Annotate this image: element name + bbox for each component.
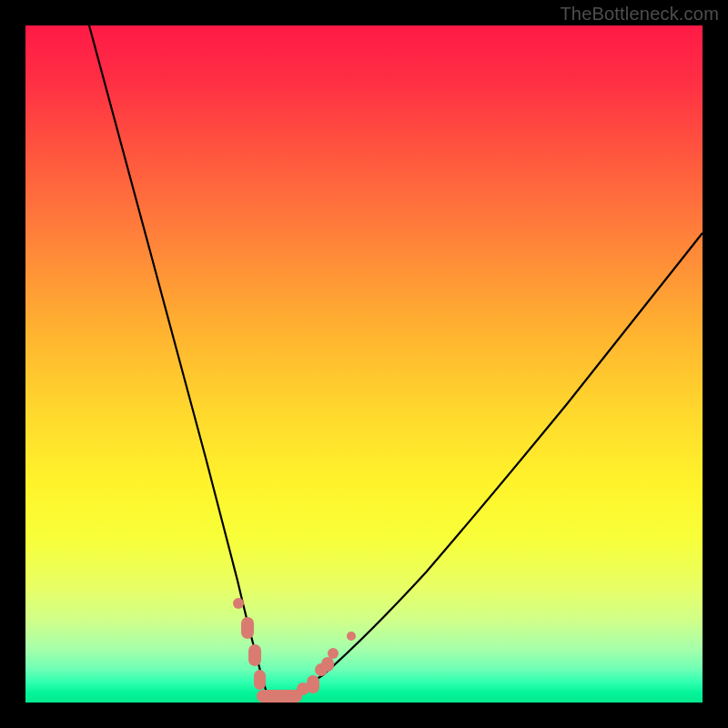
data-marker <box>241 617 254 639</box>
data-marker <box>254 670 266 690</box>
left-curve <box>89 25 271 701</box>
data-marker <box>307 675 319 693</box>
data-marker <box>248 644 261 666</box>
data-marker <box>347 632 356 641</box>
chart-frame: TheBottleneck.com <box>0 0 728 728</box>
data-marker <box>233 598 244 609</box>
data-marker <box>328 648 339 659</box>
data-marker <box>257 690 302 703</box>
right-curve <box>276 233 703 701</box>
plot-area <box>25 25 703 703</box>
watermark-text: TheBottleneck.com <box>560 4 719 25</box>
data-marker <box>321 657 334 672</box>
curve-layer <box>25 25 703 703</box>
